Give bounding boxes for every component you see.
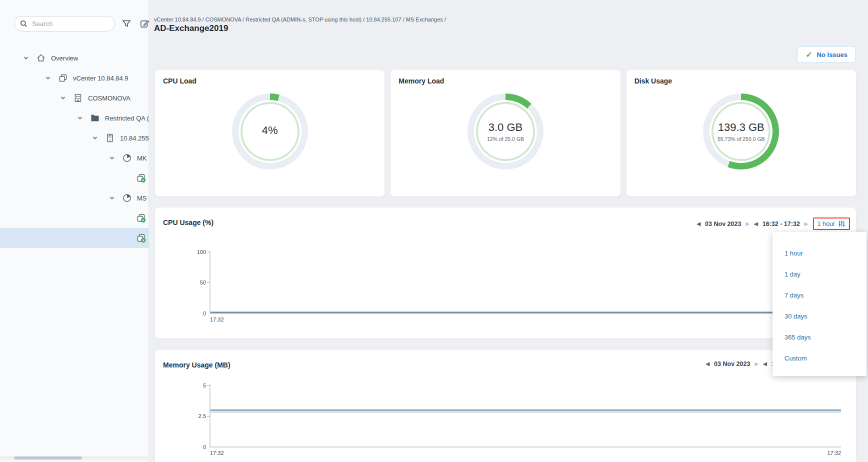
tree-item-vm-ad-1[interactable]: AD [0, 208, 149, 228]
sidebar: Overview vCenter 10.84.84.9 COSMONOVA Re… [0, 0, 149, 462]
tree-item-overview[interactable]: Overview [0, 48, 149, 68]
x-tick-label: 17:32 [827, 450, 841, 456]
chevron-down-icon[interactable] [45, 75, 52, 81]
navigation-tree: Overview vCenter 10.84.84.9 COSMONOVA Re… [0, 48, 149, 248]
filter-icon[interactable] [122, 18, 132, 30]
search-input[interactable] [32, 20, 120, 28]
gauge-value: 4% [262, 124, 278, 137]
tree-item-vcenter[interactable]: vCenter 10.84.84.9 [0, 68, 149, 88]
dropdown-option-30-days[interactable]: 30 days [772, 306, 866, 327]
gauge-subtitle: 12% of 25.0 GB [487, 136, 524, 142]
tree-item-host[interactable]: 10.84.255.10 [0, 128, 149, 148]
y-tick-label: 50 [200, 280, 206, 286]
tree-item-vm-mh[interactable]: MH [0, 168, 149, 188]
edit-icon[interactable] [140, 18, 150, 31]
cpu-usage-chart-card: CPU Usage (%) ◀ 03 Nov 2023 ▶ ◀ 16:32 - … [155, 208, 856, 338]
datacenter-icon [73, 93, 83, 103]
gauge-subtitle: 55.73% of 250.0 GB [718, 136, 765, 142]
card-title: CPU Load [163, 77, 196, 85]
no-issues-label: No Issues [817, 51, 848, 58]
vm-icon [136, 173, 146, 183]
disk-usage-gauge: 139.3 GB 55.73% of 250.0 GB [703, 94, 779, 170]
search-icon [20, 20, 28, 28]
resource-pool-icon [122, 193, 132, 203]
chevron-down-icon[interactable] [109, 195, 116, 201]
breadcrumb[interactable]: vCenter 10.84.84.9 / COSMONOVA / Restric… [154, 16, 446, 22]
chevron-down-icon[interactable] [60, 95, 67, 101]
memory-load-gauge: 3.0 GB 12% of 25.0 GB [468, 94, 544, 170]
tree-item-label: Overview [51, 54, 78, 62]
sidebar-horizontal-scrollbar[interactable] [0, 456, 149, 460]
cpu-usage-chart: 100 50 0 17:32 [155, 208, 856, 338]
tree-item-vm-ad-2-selected[interactable]: AD [0, 228, 149, 248]
search-box[interactable] [14, 16, 115, 32]
memory-usage-chart-card: Memory Usage (MB) ◀ 03 Nov 2023 ▶ ◀ 16:3… [155, 350, 856, 462]
app-root: Overview vCenter 10.84.84.9 COSMONOVA Re… [0, 0, 868, 462]
page-title: AD-Exchange2019 [154, 24, 228, 34]
tree-item-folder[interactable]: Restricted QA (AD [0, 108, 149, 128]
dropdown-option-1-day[interactable]: 1 day [772, 264, 866, 285]
tree-item-resource-pool-mk[interactable]: MK [0, 148, 149, 168]
disk-usage-card: Disk Usage 139.3 GB 55.73% of 250.0 GB [626, 70, 856, 196]
memory-load-card: Memory Load 3.0 GB 12% of 25.0 GB [390, 70, 620, 196]
gauge-cards-row: CPU Load 4% Memory Load 3.0 GB 12% of 25… [155, 70, 856, 196]
dropdown-option-7-days[interactable]: 7 days [772, 285, 866, 306]
y-tick-label: 0 [203, 310, 206, 316]
x-tick-label: 17:32 [210, 316, 224, 322]
gauge-value: 3.0 GB [488, 121, 522, 134]
cpu-load-card: CPU Load 4% [155, 70, 384, 196]
tree-item-label: vCenter 10.84.84.9 [73, 74, 128, 82]
vcenter-icon [58, 73, 68, 83]
card-title: Disk Usage [634, 77, 672, 85]
tree-item-label: COSMONOVA [88, 94, 130, 102]
gauge-value: 139.3 GB [718, 121, 764, 134]
card-title: Memory Load [398, 77, 444, 85]
tree-item-label: Restricted QA (AD [105, 114, 149, 122]
scrollbar-thumb[interactable] [14, 456, 82, 460]
y-tick-label: 0 [203, 444, 206, 450]
chevron-down-icon[interactable] [109, 155, 116, 161]
vm-icon [136, 233, 146, 243]
dropdown-option-365-days[interactable]: 365 days [772, 327, 866, 348]
chevron-down-icon[interactable] [77, 115, 84, 121]
tree-item-label: MK [137, 154, 147, 162]
folder-icon [90, 113, 100, 123]
chevron-down-icon[interactable] [92, 135, 99, 141]
chevron-down-icon[interactable] [23, 55, 30, 61]
y-tick-label: 2.5 [198, 413, 206, 419]
cpu-load-gauge: 4% [232, 94, 308, 170]
resource-pool-icon [122, 153, 132, 163]
memory-usage-chart: 5 2.5 0 17:32 17:32 [155, 350, 856, 462]
tree-item-label: 10.84.255.10 [120, 134, 149, 142]
y-tick-label: 100 [197, 249, 206, 255]
dropdown-option-custom[interactable]: Custom [772, 348, 866, 369]
x-tick-label: 17:32 [210, 450, 224, 456]
vm-icon [136, 213, 146, 223]
home-icon [36, 53, 46, 63]
tree-item-label: MS Exc [137, 194, 149, 202]
tree-item-datacenter[interactable]: COSMONOVA [0, 88, 149, 108]
y-tick-label: 5 [203, 382, 206, 388]
dropdown-option-1-hour[interactable]: 1 hour [772, 243, 866, 264]
no-issues-button[interactable]: ✓ No Issues [797, 46, 856, 63]
host-icon [105, 133, 115, 143]
sidebar-toolbar [0, 0, 149, 39]
check-icon: ✓ [806, 50, 812, 60]
tree-item-resource-pool-ms-exchanges[interactable]: MS Exc [0, 188, 149, 208]
interval-dropdown-menu: 1 hour 1 day 7 days 30 days 365 days Cus… [772, 232, 866, 376]
